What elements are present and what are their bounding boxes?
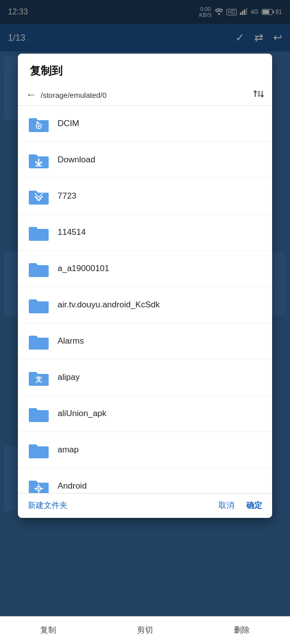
folder-item-air-tv-douyu[interactable]: air.tv.douyu.android_KcSdk [18,287,272,323]
dialog-title: 复制到 [18,54,272,84]
ok-button[interactable]: 确定 [246,501,262,511]
folder-name-amap: amap [58,445,262,455]
folder-name-download: Download [58,155,262,165]
folder-icon-a-a19000101 [28,258,50,280]
path-bar: ← /storage/emulated/0 [18,84,272,106]
folder-item-114514[interactable]: 114514 [18,215,272,251]
folder-icon-114514 [28,221,50,243]
folder-item-alipay[interactable]: 支 alipay [18,359,272,396]
bottom-action-bar: 复制 剪切 删除 [0,616,290,644]
folder-name-7723: 7723 [58,191,262,201]
folder-icon-download [28,149,50,171]
sort-button[interactable] [253,89,264,101]
folder-name-a-a19000101: a_a19000101 [58,264,262,274]
folder-item-dcim[interactable]: DCIM [18,106,272,142]
cut-button[interactable]: 剪切 [137,625,153,636]
svg-text:支: 支 [35,375,43,383]
folder-item-alarms[interactable]: Alarms [18,323,272,359]
svg-point-18 [38,488,40,490]
folder-icon-android [28,475,50,493]
copy-to-dialog: 复制到 ← /storage/emulated/0 [18,54,272,518]
folder-item-amap[interactable]: amap [18,432,272,468]
dialog-actions: 新建文件夹 取消 确定 [18,493,272,518]
folder-icon-aliunion-apk [28,403,50,425]
folder-icon-dcim [28,113,50,135]
folder-icon-air-tv-douyu [28,294,50,316]
folder-item-android[interactable]: Android [18,468,272,493]
folder-name-alipay: alipay [58,372,262,382]
delete-button[interactable]: 删除 [234,625,250,636]
svg-rect-13 [36,122,39,123]
folder-list: DCIM Download 7 [18,106,272,493]
folder-name-114514: 114514 [58,227,262,237]
folder-item-a-a19000101[interactable]: a_a19000101 [18,251,272,287]
folder-icon-alarms [28,330,50,352]
folder-icon-amap [28,439,50,461]
folder-name-air-tv-douyu: air.tv.douyu.android_KcSdk [58,300,262,310]
path-back-button[interactable]: ← [26,88,37,101]
folder-item-7723[interactable]: 7723 [18,178,272,215]
folder-name-alarms: Alarms [58,336,262,346]
folder-item-aliunion-apk[interactable]: aliUnion_apk [18,396,272,432]
copy-button[interactable]: 复制 [40,625,56,636]
folder-icon-alipay: 支 [28,366,50,388]
new-folder-button[interactable]: 新建文件夹 [28,501,218,511]
folder-name-dcim: DCIM [58,119,262,129]
svg-point-12 [38,125,40,127]
current-path: /storage/emulated/0 [41,91,249,99]
folder-icon-7723 [28,185,50,207]
folder-item-download[interactable]: Download [18,142,272,178]
folder-name-aliunion-apk: aliUnion_apk [58,409,262,419]
folder-name-android: Android [58,481,262,491]
cancel-button[interactable]: 取消 [218,501,234,511]
